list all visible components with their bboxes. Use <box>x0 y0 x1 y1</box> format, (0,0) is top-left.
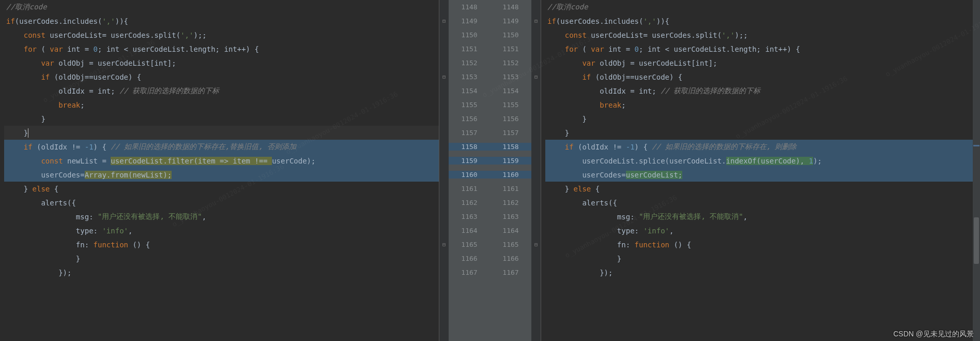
right-fold-gutter: ⊟ ⊟ ⊟ <box>531 0 541 341</box>
fold-icon[interactable]: ⊟ <box>534 74 538 80</box>
code-line-changed[interactable]: userCodeList.splice(userCodeList.indexOf… <box>545 154 980 168</box>
text-cursor <box>28 128 28 138</box>
code-line[interactable]: }); <box>4 265 439 279</box>
code-line[interactable]: } else { <box>4 182 439 196</box>
fold-icon[interactable]: ⊟ <box>442 242 446 247</box>
vertical-scrollbar[interactable] <box>973 0 980 341</box>
code-line-changed[interactable]: const newList = userCodeList.filter(item… <box>4 154 439 168</box>
code-line-changed[interactable]: if (oldIdx != -1) { // 如果旧的选择的数据的下标存在,替换… <box>4 140 439 154</box>
diff-view: //取消code if(userCodes.includes(',')){ co… <box>0 0 980 341</box>
code-line-cursor[interactable]: } <box>4 126 439 140</box>
code-line[interactable]: break; <box>4 98 439 112</box>
code-line[interactable]: //取消code <box>4 0 439 14</box>
code-line[interactable]: type: 'info', <box>4 224 439 238</box>
code-line[interactable]: var oldObj = userCodeList[int]; <box>4 56 439 70</box>
fold-icon[interactable]: ⊟ <box>442 74 446 80</box>
code-line[interactable]: } <box>4 251 439 265</box>
right-code[interactable]: //取消code if(userCodes.includes(',')){ co… <box>541 0 980 279</box>
comment: //取消code <box>6 3 47 12</box>
line-number-gutter: 11481148 11491149 11501150 11511151 1152… <box>449 0 531 341</box>
line-number-left[interactable]: 1148 <box>449 3 490 11</box>
code-line-changed[interactable]: userCodes=userCodeList; <box>545 168 980 182</box>
code-line-changed[interactable]: userCodes=Array.from(newList); <box>4 168 439 182</box>
left-fold-gutter: ⊟ ⊟ ⊟ <box>439 0 449 341</box>
code-line[interactable]: } <box>545 126 980 140</box>
code-line[interactable]: //取消code <box>545 0 980 14</box>
fold-icon[interactable]: ⊟ <box>442 18 446 24</box>
line-number-right[interactable]: 1148 <box>490 3 531 11</box>
fold-icon[interactable]: ⊟ <box>534 242 538 247</box>
left-code[interactable]: //取消code if(userCodes.includes(',')){ co… <box>0 0 439 279</box>
code-line[interactable]: } <box>4 112 439 126</box>
code-line[interactable]: alerts({ <box>545 196 980 210</box>
code-line[interactable]: oldIdx = int; // 获取旧的选择的数据的下标 <box>4 84 439 98</box>
code-line[interactable]: break; <box>545 98 980 112</box>
code-line[interactable]: fn: function () { <box>545 238 980 251</box>
code-line[interactable]: const userCodeList= userCodes.split(',')… <box>545 28 980 42</box>
code-line[interactable]: if (oldObj==userCode) { <box>545 70 980 84</box>
code-line[interactable]: }); <box>545 265 980 279</box>
code-line-changed[interactable]: if (oldIdx != -1) { // 如果旧的选择的数据的下标存在, 则… <box>545 140 980 154</box>
code-line[interactable]: for ( var int = 0; int < userCodeList.le… <box>545 42 980 56</box>
attribution-label: CSDN @见未见过的风景 <box>893 330 974 339</box>
fold-icon[interactable]: ⊟ <box>534 18 538 24</box>
code-line[interactable]: if(userCodes.includes(',')){ <box>4 14 439 28</box>
code-line[interactable]: msg: "用户还没有被选择, 不能取消", <box>545 210 980 224</box>
code-line[interactable]: fn: function () { <box>4 238 439 251</box>
code-line[interactable]: const userCodeList= userCodes.split(',')… <box>4 28 439 42</box>
code-line[interactable]: alerts({ <box>4 196 439 210</box>
right-editor-pane[interactable]: //取消code if(userCodes.includes(',')){ co… <box>541 0 980 341</box>
code-line[interactable]: oldIdx = int; // 获取旧的选择的数据的下标 <box>545 84 980 98</box>
code-line[interactable]: for ( var int = 0; int < userCodeList.le… <box>4 42 439 56</box>
left-editor-pane[interactable]: //取消code if(userCodes.includes(',')){ co… <box>0 0 439 341</box>
code-line[interactable]: } <box>545 251 980 265</box>
code-line[interactable]: } else { <box>545 182 980 196</box>
code-line[interactable]: if (oldObj==userCode) { <box>4 70 439 84</box>
code-line[interactable]: msg: "用户还没有被选择, 不能取消", <box>4 210 439 224</box>
code-line[interactable]: type: 'info', <box>545 224 980 238</box>
code-line[interactable]: if(userCodes.includes(',')){ <box>545 14 980 28</box>
diff-marker[interactable] <box>973 145 979 146</box>
scrollbar-thumb[interactable] <box>974 217 979 264</box>
code-line[interactable]: } <box>545 112 980 126</box>
code-line[interactable]: var oldObj = userCodeList[int]; <box>545 56 980 70</box>
